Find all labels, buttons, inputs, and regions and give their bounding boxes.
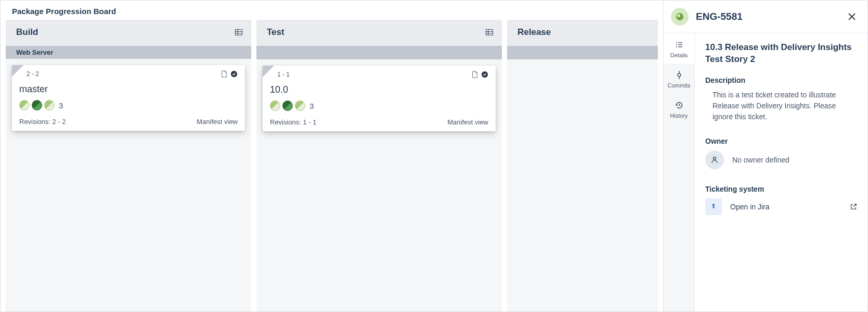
description-label: Description [705,76,857,84]
ticketing-link-text: Open in Jira [730,203,769,211]
table-icon[interactable] [235,28,243,36]
app-root: Package Progression Board Build Web [0,0,868,312]
check-circle-icon[interactable] [481,71,488,78]
card-test[interactable]: 1 - 1 [263,66,496,131]
owner-text: No owner defined [732,156,789,164]
owner-row: No owner defined [705,151,857,169]
card-top-icons [221,70,238,78]
board-title: Package Progression Board [1,1,663,20]
card-footer: Revisions: 1 - 1 Manifest view [270,118,488,126]
owner-label: Owner [705,137,857,145]
svg-rect-0 [236,30,242,35]
column-build: Build Web Server [6,20,251,311]
card-top-icons [472,71,488,78]
card-top-row: 2 - 2 [19,70,238,78]
svg-point-14 [676,44,677,45]
board-area: Package Progression Board Build Web [1,1,663,311]
column-body-test: 1 - 1 [256,59,502,138]
status-dot-icon [44,100,55,110]
history-icon [675,101,683,109]
column-title-build: Build [16,27,38,38]
detail-title: 10.3 Release with Delivery Insights Test… [705,42,857,66]
tab-commits[interactable]: Commits [664,64,694,94]
manifest-view-link[interactable]: Manifest view [197,118,238,126]
card-corner-fold-icon [12,65,23,77]
card-name: 10.0 [270,84,488,95]
tab-details-label: Details [670,52,688,58]
jira-icon [705,198,722,215]
issue-key: ENG-5581 [696,11,743,22]
column-header-test: Test [256,20,502,46]
panel-header: ENG-5581 [664,1,867,33]
svg-point-18 [678,73,681,77]
column-header-build: Build [6,20,251,46]
columns: Build Web Server [1,20,663,311]
status-count: 3 [309,102,314,110]
status-dot-icon [270,101,280,111]
column-title-test: Test [267,27,284,38]
swimlane-spacer [507,46,658,59]
svg-rect-15 [678,44,682,45]
list-icon [675,41,683,49]
svg-point-16 [676,46,677,47]
file-icon[interactable] [472,71,478,78]
svg-point-12 [676,42,677,43]
table-icon[interactable] [485,28,494,36]
status-row: 3 [270,101,488,111]
column-title-release: Release [517,27,551,38]
open-in-jira-link[interactable]: Open in Jira [705,198,857,215]
tab-details[interactable]: Details [664,33,694,64]
external-link-icon [850,203,857,210]
card-footer: Revisions: 2 - 2 Manifest view [19,118,238,126]
column-release: Release [507,20,658,311]
card-build[interactable]: 2 - 2 [12,65,245,131]
status-dot-icon [19,100,30,110]
commit-icon [675,71,683,79]
tab-history[interactable]: History [664,94,694,124]
status-count: 3 [59,101,63,110]
card-range: 1 - 1 [277,71,290,78]
svg-rect-13 [678,42,682,43]
tab-history-label: History [670,113,688,119]
card-top-row: 1 - 1 [270,71,488,78]
card-name: master [19,84,238,95]
status-dot-icon [282,101,293,111]
details-side-panel: ENG-5581 Details [663,1,867,311]
manifest-view-link[interactable]: Manifest view [447,118,488,126]
card-range: 2 - 2 [27,70,39,78]
issue-type-badge-icon [671,8,689,26]
check-circle-icon[interactable] [230,70,238,78]
ticketing-label: Ticketing system [705,185,857,193]
card-revisions: Revisions: 1 - 1 [270,118,317,126]
status-row: 3 [19,100,238,110]
svg-point-21 [714,157,716,159]
description-text: This is a test ticket created to illustr… [705,90,857,122]
panel-header-left: ENG-5581 [671,8,743,26]
tab-commits-label: Commits [668,82,690,89]
panel-body: Details Commits [664,33,867,311]
status-dot-icon [295,101,305,111]
card-corner-fold-icon [263,66,274,77]
panel-content: 10.3 Release with Delivery Insights Test… [695,33,867,311]
swimlane-label: Web Server [6,46,251,59]
column-header-release: Release [507,20,658,46]
close-button[interactable] [846,10,858,23]
swimlane-spacer [256,46,502,59]
svg-rect-5 [486,30,493,35]
svg-rect-17 [678,46,682,47]
column-test: Test 1 - 1 [256,20,502,311]
person-icon [705,151,724,169]
column-body-build: 2 - 2 [6,59,251,137]
file-icon[interactable] [221,70,227,78]
status-dot-icon [32,100,42,110]
card-revisions: Revisions: 2 - 2 [19,118,66,126]
svg-line-22 [853,204,856,207]
panel-tabs: Details Commits [664,33,695,311]
